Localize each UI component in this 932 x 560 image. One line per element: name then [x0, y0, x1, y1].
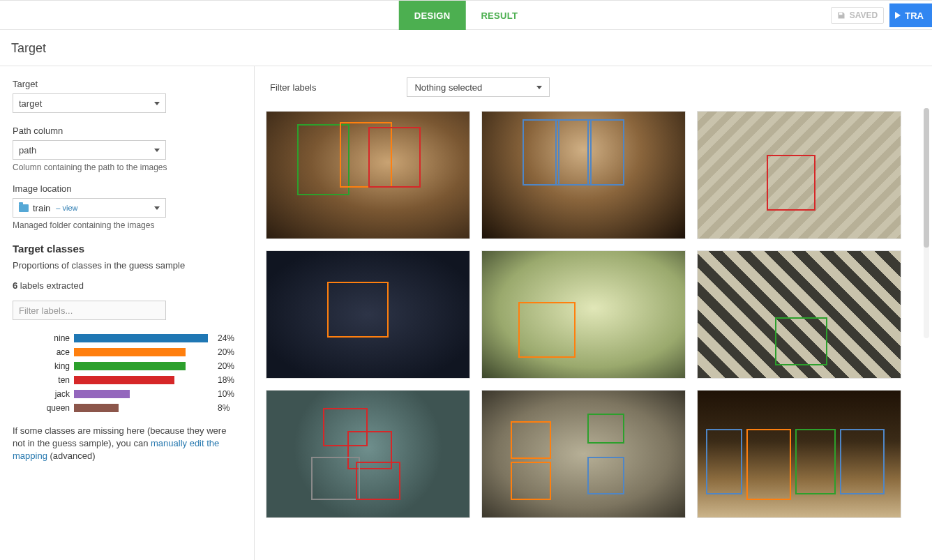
- image-thumbnail[interactable]: [266, 390, 470, 518]
- image-thumbnail[interactable]: [697, 250, 901, 379]
- dist-row-label: nine: [13, 333, 74, 343]
- image-placeholder: [482, 251, 685, 378]
- tab-bar: DESIGN RESULT SAVED TRA: [0, 1, 932, 30]
- dist-row-label: queen: [13, 403, 74, 413]
- image-placeholder: [698, 391, 901, 517]
- target-classes-sub: Proportions of classes in the guess samp…: [13, 260, 241, 271]
- saved-button[interactable]: SAVED: [831, 7, 884, 24]
- dist-row-pct: 20%: [218, 361, 234, 371]
- target-classes-heading: Target classes: [13, 243, 241, 255]
- scrollbar[interactable]: [924, 108, 929, 338]
- dist-row: king20%: [13, 359, 241, 373]
- chevron-down-icon: [154, 206, 160, 210]
- target-select-value: target: [19, 98, 42, 109]
- dist-row-label: ten: [13, 375, 74, 385]
- dist-row: nine24%: [13, 331, 241, 345]
- play-icon: [895, 12, 901, 19]
- image-placeholder: [482, 112, 685, 239]
- image-location-view[interactable]: – view: [56, 204, 77, 212]
- labels-extracted: 6 labels extracted: [13, 280, 241, 291]
- image-placeholder: [698, 251, 901, 378]
- class-distribution-chart: nine24%ace20%king20%ten18%jack10%queen8%: [13, 331, 241, 415]
- image-placeholder: [482, 391, 685, 517]
- dist-row-pct: 24%: [218, 333, 234, 343]
- dist-row: ace20%: [13, 345, 241, 359]
- dist-bar: [74, 404, 119, 412]
- image-thumbnail[interactable]: [697, 390, 901, 518]
- sidebar: Target target Path column path Column co…: [0, 66, 255, 560]
- chevron-down-icon: [154, 149, 160, 152]
- image-placeholder: [698, 112, 901, 239]
- dist-bar: [74, 376, 174, 384]
- image-thumbnail[interactable]: [481, 250, 686, 379]
- scroll-thumb[interactable]: [924, 108, 929, 248]
- image-placeholder: [266, 391, 469, 517]
- image-location-value: train: [33, 203, 50, 213]
- dist-bar: [74, 334, 208, 342]
- filter-labels-value: Nothing selected: [414, 82, 482, 93]
- missing-classes-note: If some classes are missing here (becaus…: [13, 425, 241, 463]
- class-filter-input[interactable]: [13, 301, 166, 320]
- image-location-label: Image location: [13, 183, 241, 194]
- dist-bar: [74, 348, 186, 356]
- dist-bar: [74, 390, 130, 398]
- dist-row-label: king: [13, 361, 74, 371]
- dist-row: ten18%: [13, 373, 241, 387]
- image-placeholder: [266, 251, 469, 378]
- path-column-select-value: path: [19, 145, 36, 156]
- folder-icon: [19, 204, 29, 212]
- image-location-help: Managed folder containing the images: [13, 220, 241, 230]
- image-thumbnail[interactable]: [481, 390, 686, 518]
- image-grid: [266, 111, 932, 539]
- dist-row-pct: 20%: [218, 347, 234, 357]
- image-thumbnail[interactable]: [697, 111, 901, 239]
- dist-row-label: ace: [13, 347, 74, 357]
- image-thumbnail[interactable]: [481, 111, 686, 239]
- dist-row-pct: 18%: [218, 375, 234, 385]
- image-placeholder: [266, 112, 469, 239]
- image-location-select[interactable]: train – view: [13, 198, 166, 218]
- filter-labels-select[interactable]: Nothing selected: [407, 77, 550, 97]
- target-select[interactable]: target: [13, 93, 166, 113]
- path-column-label: Path column: [13, 126, 241, 136]
- path-column-help: Column containing the path to the images: [13, 162, 241, 172]
- path-column-select[interactable]: path: [13, 140, 166, 160]
- filter-labels-label: Filter labels: [270, 82, 316, 93]
- dist-row-pct: 8%: [218, 403, 230, 413]
- dist-row-label: jack: [13, 389, 74, 399]
- section-title: Target: [0, 30, 932, 66]
- save-icon: [837, 11, 845, 20]
- dist-row-pct: 10%: [218, 389, 234, 399]
- image-thumbnail[interactable]: [266, 111, 470, 239]
- target-label: Target: [13, 79, 241, 89]
- dist-row: queen8%: [13, 401, 241, 415]
- train-button[interactable]: TRA: [889, 3, 932, 27]
- dist-bar: [74, 362, 186, 370]
- dist-row: jack10%: [13, 387, 241, 401]
- tab-design[interactable]: DESIGN: [399, 1, 466, 30]
- chevron-down-icon: [154, 102, 160, 105]
- main-panel: Filter labels Nothing selected: [255, 66, 932, 560]
- chevron-down-icon: [536, 86, 542, 89]
- image-thumbnail[interactable]: [266, 250, 470, 379]
- tab-result[interactable]: RESULT: [465, 1, 533, 30]
